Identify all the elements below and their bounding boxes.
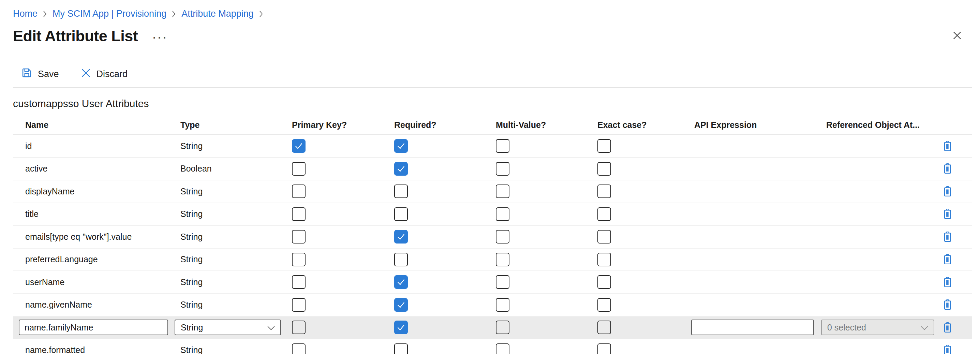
multi-value-checkbox[interactable]	[496, 230, 509, 244]
edit-attribute-list-blade: HomeMy SCIM App | ProvisioningAttribute …	[0, 0, 980, 354]
breadcrumb-link[interactable]: Attribute Mapping	[181, 8, 254, 19]
primary-key-checkbox[interactable]	[292, 321, 305, 334]
multi-value-checkbox[interactable]	[496, 298, 509, 312]
primary-key-checkbox[interactable]	[292, 207, 305, 221]
attribute-name: userName	[25, 277, 64, 287]
attribute-row: displayNameString	[13, 180, 972, 203]
exact-case-checkbox[interactable]	[597, 207, 611, 221]
attribute-row: idString	[13, 135, 972, 158]
attribute-type: String	[180, 345, 202, 354]
delete-attribute-button[interactable]	[942, 298, 953, 311]
required-checkbox[interactable]	[394, 253, 408, 266]
attribute-name: emails[type eq "work"].value	[25, 232, 132, 241]
multi-value-checkbox[interactable]	[496, 343, 509, 354]
primary-key-checkbox[interactable]	[292, 139, 305, 153]
exact-case-checkbox[interactable]	[597, 275, 611, 289]
page-title: Edit Attribute List	[13, 27, 138, 45]
multi-value-checkbox[interactable]	[496, 253, 509, 266]
attribute-type: String	[180, 277, 202, 287]
exact-case-checkbox[interactable]	[597, 139, 611, 153]
attribute-row: activeBoolean	[13, 158, 972, 181]
attribute-name-input[interactable]	[19, 320, 168, 335]
delete-attribute-button[interactable]	[942, 231, 953, 243]
required-checkbox[interactable]	[394, 275, 408, 289]
exact-case-checkbox[interactable]	[597, 343, 611, 354]
close-button[interactable]	[950, 29, 964, 43]
referenced-object-selected-value: 0 selected	[827, 323, 866, 333]
column-header: API Expression	[689, 120, 818, 130]
toolbar-divider	[13, 87, 972, 88]
required-checkbox[interactable]	[394, 343, 408, 354]
attribute-type-selected-value: String	[181, 323, 203, 333]
column-header: Referenced Object At...	[818, 120, 937, 130]
primary-key-checkbox[interactable]	[292, 275, 305, 289]
attribute-name: name.formatted	[25, 345, 85, 354]
attribute-name: title	[25, 209, 38, 218]
exact-case-checkbox[interactable]	[597, 230, 611, 244]
delete-attribute-button[interactable]	[942, 253, 953, 266]
exact-case-checkbox[interactable]	[597, 162, 611, 175]
attribute-row: String0 selected	[13, 316, 972, 339]
delete-attribute-button[interactable]	[942, 208, 953, 220]
attribute-type: String	[180, 300, 202, 309]
primary-key-checkbox[interactable]	[292, 343, 305, 354]
required-checkbox[interactable]	[394, 139, 408, 153]
trash-icon	[942, 276, 953, 289]
attribute-row: userNameString	[13, 271, 972, 294]
trash-icon	[942, 298, 953, 311]
referenced-object-select[interactable]: 0 selected	[821, 320, 934, 335]
exact-case-checkbox[interactable]	[597, 298, 611, 312]
required-checkbox[interactable]	[394, 230, 408, 244]
breadcrumb: HomeMy SCIM App | ProvisioningAttribute …	[0, 0, 980, 19]
multi-value-checkbox[interactable]	[496, 185, 509, 198]
multi-value-checkbox[interactable]	[496, 139, 509, 153]
primary-key-checkbox[interactable]	[292, 230, 305, 244]
required-checkbox[interactable]	[394, 185, 408, 198]
exact-case-checkbox[interactable]	[597, 253, 611, 266]
chevron-right-icon	[259, 11, 263, 18]
exact-case-checkbox[interactable]	[597, 321, 611, 334]
attribute-type-select[interactable]: String	[175, 320, 281, 335]
delete-attribute-button[interactable]	[942, 162, 953, 175]
api-expression-input[interactable]	[691, 320, 814, 335]
delete-attribute-button[interactable]	[942, 344, 953, 354]
exact-case-checkbox[interactable]	[597, 185, 611, 198]
required-checkbox[interactable]	[394, 298, 408, 312]
breadcrumb-link[interactable]: Home	[13, 8, 38, 19]
command-bar: Save Discard	[18, 66, 980, 82]
attribute-type: String	[180, 141, 202, 151]
save-button[interactable]: Save	[18, 67, 62, 81]
breadcrumb-link[interactable]: My SCIM App | Provisioning	[52, 8, 166, 19]
required-checkbox[interactable]	[394, 207, 408, 221]
title-row: Edit Attribute List ···	[13, 27, 980, 46]
check-icon	[396, 141, 406, 151]
check-icon	[294, 141, 304, 151]
multi-value-checkbox[interactable]	[496, 207, 509, 221]
multi-value-checkbox[interactable]	[496, 162, 509, 175]
required-checkbox[interactable]	[394, 321, 408, 334]
required-checkbox[interactable]	[394, 162, 408, 175]
overflow-menu-button[interactable]: ···	[153, 34, 168, 41]
column-header: Name	[13, 120, 175, 130]
delete-attribute-button[interactable]	[942, 321, 953, 334]
primary-key-checkbox[interactable]	[292, 298, 305, 312]
check-icon	[396, 164, 406, 174]
attribute-name: preferredLanguage	[25, 254, 98, 264]
chevron-right-icon	[172, 11, 176, 18]
check-icon	[396, 300, 406, 310]
multi-value-checkbox[interactable]	[496, 275, 509, 289]
attribute-name: active	[25, 164, 48, 173]
primary-key-checkbox[interactable]	[292, 162, 305, 175]
attribute-table-body: idStringactiveBooleandisplayNameStringti…	[13, 135, 972, 354]
save-button-label: Save	[38, 69, 59, 80]
attribute-name: id	[25, 141, 32, 151]
discard-button[interactable]: Discard	[77, 67, 130, 81]
primary-key-checkbox[interactable]	[292, 185, 305, 198]
multi-value-checkbox[interactable]	[496, 321, 509, 334]
delete-attribute-button[interactable]	[942, 276, 953, 289]
delete-attribute-button[interactable]	[942, 140, 953, 152]
attribute-row: titleString	[13, 203, 972, 226]
primary-key-checkbox[interactable]	[292, 253, 305, 266]
delete-attribute-button[interactable]	[942, 185, 953, 198]
attribute-row: name.formattedString	[13, 339, 972, 354]
